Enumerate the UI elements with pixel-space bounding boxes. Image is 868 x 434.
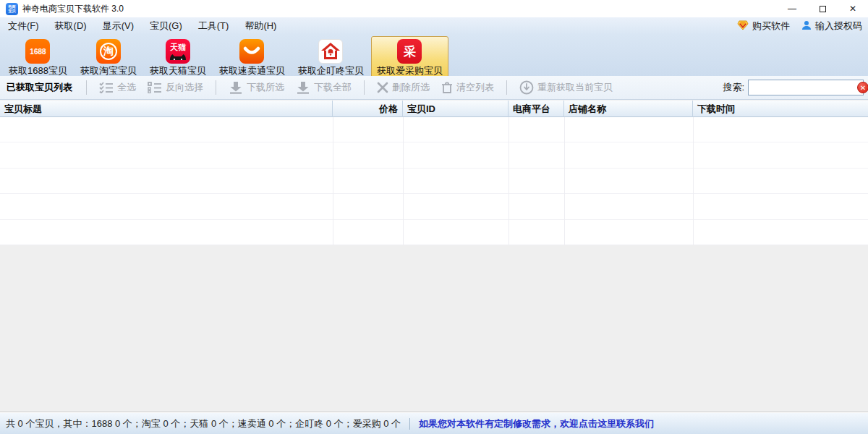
search-input[interactable] xyxy=(748,80,864,95)
aicaigou-icon: 采 xyxy=(397,39,422,64)
menu-tools[interactable]: 工具(T) xyxy=(190,17,237,35)
column-header-title[interactable]: 宝贝标题 xyxy=(0,101,333,117)
1688-icon-text: 1688 xyxy=(30,48,46,56)
action-button-label: 清空列表 xyxy=(456,81,494,94)
maximize-button[interactable] xyxy=(807,0,838,17)
get-aicaigou-button[interactable]: 采 获取爱采购宝贝 xyxy=(371,36,448,78)
refresh-download-icon xyxy=(519,80,534,95)
buy-software-label: 购买软件 xyxy=(752,20,790,33)
1688-icon: 1688 xyxy=(25,39,50,64)
separator xyxy=(409,418,410,430)
window-background xyxy=(0,246,868,412)
toolbar-button-label: 获取淘宝宝贝 xyxy=(80,65,137,76)
menu-bar: 文件(F) 获取(D) 显示(V) 宝贝(G) 工具(T) 帮助(H) 购买软件 xyxy=(0,17,868,35)
aliexpress-icon xyxy=(239,39,264,64)
separator xyxy=(506,80,507,95)
select-all-button[interactable]: 全选 xyxy=(99,81,136,94)
delete-icon xyxy=(377,82,388,93)
menu-file[interactable]: 文件(F) xyxy=(0,17,47,35)
tmall-icon-text: 天猫 xyxy=(170,43,186,52)
column-divider xyxy=(333,117,333,245)
toolbar-button-label: 获取1688宝贝 xyxy=(9,65,67,76)
action-button-label: 全选 xyxy=(117,81,136,94)
buy-software-button[interactable]: 购买软件 xyxy=(737,20,790,33)
toolbar-button-label: 获取速卖通宝贝 xyxy=(219,65,285,76)
invert-selection-button[interactable]: 反向选择 xyxy=(148,81,203,94)
download-selected-button[interactable]: 下载所选 xyxy=(229,81,284,94)
download-icon xyxy=(296,81,310,94)
action-button-label: 下载全部 xyxy=(314,81,352,94)
get-1688-button[interactable]: 1688 获取1688宝贝 xyxy=(3,36,73,78)
window-title: 神奇电商宝贝下载软件 3.0 xyxy=(22,3,124,15)
status-summary: 共 0 个宝贝，其中：1688 0 个；淘宝 0 个；天猫 0 个；速卖通 0 … xyxy=(6,417,401,430)
trash-icon xyxy=(441,82,453,94)
toolbar-button-label: 获取企叮咚宝贝 xyxy=(298,65,364,76)
list-title: 已获取宝贝列表 xyxy=(7,81,72,94)
action-button-label: 删除所选 xyxy=(392,81,430,94)
taobao-icon: 淘 xyxy=(96,39,121,64)
close-button[interactable]: ✕ xyxy=(838,0,868,17)
get-aliexpress-button[interactable]: 获取速卖通宝贝 xyxy=(213,36,291,78)
enter-license-label: 输入授权码 xyxy=(815,20,862,33)
column-divider xyxy=(403,117,404,245)
invert-select-icon xyxy=(148,82,162,93)
action-bar: 已获取宝贝列表 全选 反向选择 下载所 xyxy=(0,76,868,100)
column-header-platform[interactable]: 电商平台 xyxy=(509,101,564,117)
maximize-icon xyxy=(820,6,826,12)
download-all-button[interactable]: 下载全部 xyxy=(296,81,352,94)
tmall-cat-icon xyxy=(169,52,187,60)
table-body xyxy=(0,117,868,245)
qidingdong-icon xyxy=(318,39,343,64)
toolbar-button-label: 获取天猫宝贝 xyxy=(150,65,206,76)
clear-search-icon[interactable]: ✕ xyxy=(857,82,868,93)
get-tmall-button[interactable]: 天猫 获取天猫宝贝 xyxy=(144,36,212,78)
gem-icon xyxy=(737,20,749,33)
column-divider xyxy=(564,117,565,245)
column-divider xyxy=(693,117,694,245)
select-all-icon xyxy=(99,82,114,93)
table-header: 宝贝标题 价格 宝贝ID 电商平台 店铺名称 下载时间 xyxy=(0,101,868,117)
get-qidingdong-button[interactable]: 获取企叮咚宝贝 xyxy=(292,36,370,78)
minimize-button[interactable]: — xyxy=(777,0,807,17)
table-row xyxy=(0,169,868,194)
action-button-label: 重新获取当前宝贝 xyxy=(537,81,613,94)
user-icon xyxy=(801,20,812,33)
column-header-id[interactable]: 宝贝ID xyxy=(403,101,509,117)
action-button-label: 下载所选 xyxy=(247,81,284,94)
refetch-current-button[interactable]: 重新获取当前宝贝 xyxy=(519,80,613,95)
column-header-shop[interactable]: 店铺名称 xyxy=(564,101,693,117)
menu-help[interactable]: 帮助(H) xyxy=(237,17,284,35)
get-taobao-button[interactable]: 淘 获取淘宝宝贝 xyxy=(75,36,142,78)
menu-get[interactable]: 获取(D) xyxy=(47,17,95,35)
table-row xyxy=(0,194,868,219)
separator xyxy=(364,80,365,95)
aicaigou-icon-text: 采 xyxy=(404,43,416,60)
menu-item[interactable]: 宝贝(G) xyxy=(142,17,190,35)
separator xyxy=(216,80,216,95)
table-row xyxy=(0,220,868,245)
enter-license-button[interactable]: 输入授权码 xyxy=(801,20,862,33)
app-icon: 电商 宝贝 xyxy=(6,3,18,15)
contact-us-link[interactable]: 如果您对本软件有定制修改需求，欢迎点击这里联系我们 xyxy=(419,417,654,430)
app-icon-text: 宝贝 xyxy=(9,9,16,13)
title-bar: 电商 宝贝 神奇电商宝贝下载软件 3.0 — ✕ xyxy=(0,0,868,17)
column-divider xyxy=(509,117,509,245)
status-bar: 共 0 个宝贝，其中：1688 0 个；淘宝 0 个；天猫 0 个；速卖通 0 … xyxy=(0,412,868,434)
toolbar-button-label: 获取爱采购宝贝 xyxy=(377,65,443,76)
table-row xyxy=(0,142,868,168)
download-icon xyxy=(229,81,243,94)
taobao-icon-text: 淘 xyxy=(103,45,114,58)
menu-view[interactable]: 显示(V) xyxy=(95,17,142,35)
tmall-icon: 天猫 xyxy=(166,39,190,64)
clear-list-button[interactable]: 清空列表 xyxy=(441,81,494,94)
action-button-label: 反向选择 xyxy=(166,81,203,94)
search-label: 搜索: xyxy=(723,81,744,94)
delete-selected-button[interactable]: 删除所选 xyxy=(377,81,430,94)
table-row xyxy=(0,117,868,142)
column-header-price[interactable]: 价格 xyxy=(333,101,403,117)
separator xyxy=(86,80,87,95)
main-toolbar: 1688 获取1688宝贝 淘 获取淘宝宝贝 天猫 获取天猫宝贝 获取速卖通宝贝 xyxy=(0,35,868,76)
column-header-downloadtime[interactable]: 下载时间 xyxy=(693,101,868,117)
